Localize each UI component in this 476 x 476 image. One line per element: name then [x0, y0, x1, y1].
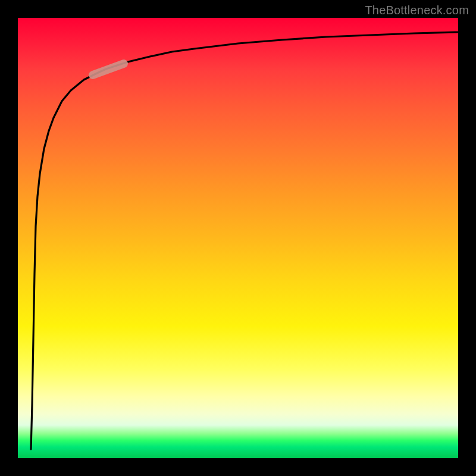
- curve-highlight: [93, 64, 124, 75]
- curve-layer: [18, 18, 458, 458]
- attribution-label: TheBottleneck.com: [365, 4, 469, 17]
- bottleneck-curve: [31, 32, 458, 449]
- chart-stage: TheBottleneck.com: [0, 0, 476, 476]
- plot-area: [18, 18, 458, 458]
